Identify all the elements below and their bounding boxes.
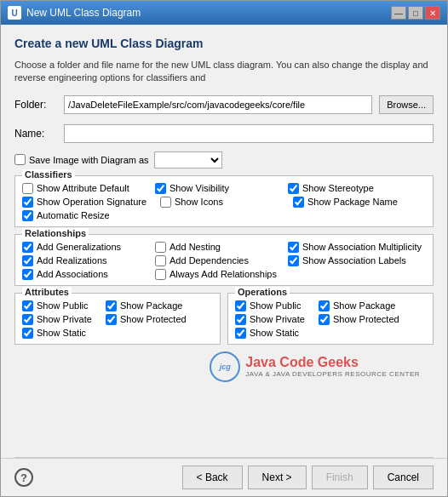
- ops-show-protected[interactable]: Show Protected: [319, 314, 399, 325]
- ops-show-public[interactable]: Show Public: [235, 300, 312, 311]
- attributes-panel: Attributes Show Public Show Package: [14, 293, 221, 345]
- folder-row: Folder: Browse...: [14, 95, 434, 114]
- logo-sub-text: JAVA & JAVA DEVELOPERS RESOURCE CENTER: [245, 370, 420, 378]
- classifiers-row-1: Show Attribute Default Show Visibility S…: [22, 183, 426, 194]
- show-association-labels[interactable]: Show Association Labels: [288, 255, 407, 266]
- maximize-button[interactable]: □: [408, 6, 423, 20]
- attr-show-protected[interactable]: Show Protected: [106, 314, 187, 325]
- operations-content: Show Public Show Package Show Private: [235, 300, 426, 339]
- save-image-select[interactable]: [154, 151, 222, 169]
- main-window: U New UML Class Diagram — □ ✕ Create a n…: [0, 0, 448, 497]
- attr-show-static[interactable]: Show Static: [22, 328, 99, 339]
- relationships-row-2: Add Realizations Add Dependencies Show A…: [22, 255, 426, 266]
- help-button[interactable]: ?: [14, 468, 33, 487]
- operations-panel: Operations Show Public Show Package: [227, 293, 434, 345]
- page-title: Create a new UML Class Diagram: [14, 37, 434, 50]
- ops-show-private[interactable]: Show Private: [235, 314, 312, 325]
- ops-row-1: Show Public Show Package: [235, 300, 426, 311]
- back-button[interactable]: < Back: [182, 466, 243, 489]
- attributes-title: Attributes: [22, 287, 72, 297]
- minimize-button[interactable]: —: [391, 6, 406, 20]
- page-description: Choose a folder and file name for the ne…: [14, 59, 434, 85]
- cancel-button[interactable]: Cancel: [373, 466, 434, 489]
- main-content: Create a new UML Class Diagram Choose a …: [1, 25, 447, 457]
- show-visibility[interactable]: Show Visibility: [155, 183, 274, 194]
- name-input[interactable]: [64, 124, 434, 143]
- attr-ops-panels: Attributes Show Public Show Package: [14, 293, 434, 345]
- logo-text: Java Code Geeks JAVA & JAVA DEVELOPERS R…: [245, 355, 420, 378]
- browse-button[interactable]: Browse...: [379, 95, 434, 114]
- save-image-label[interactable]: Save Image with Diagram as: [14, 154, 149, 165]
- name-row: Name:: [14, 124, 434, 143]
- attributes-content: Show Public Show Package Show Private: [22, 300, 213, 339]
- attr-show-public[interactable]: Show Public: [22, 300, 99, 311]
- window-icon: U: [8, 6, 21, 20]
- classifiers-row-3: Automatic Resize: [22, 210, 426, 221]
- add-generalizations[interactable]: Add Generalizations: [22, 242, 141, 253]
- attr-row-2: Show Private Show Protected: [22, 314, 213, 325]
- show-attribute-default[interactable]: Show Attribute Default: [22, 183, 141, 194]
- classifiers-content: Show Attribute Default Show Visibility S…: [22, 183, 426, 221]
- add-nesting[interactable]: Add Nesting: [155, 242, 274, 253]
- close-button[interactable]: ✕: [425, 6, 440, 20]
- help-area: ?: [14, 468, 33, 487]
- logo-area: jcg Java Code Geeks JAVA & JAVA DEVELOPE…: [14, 351, 434, 386]
- show-operation-signature[interactable]: Show Operation Signature: [22, 197, 146, 208]
- save-image-checkbox[interactable]: [14, 154, 26, 165]
- add-dependencies[interactable]: Add Dependencies: [155, 255, 274, 266]
- classifiers-row-2: Show Operation Signature Show Icons Show…: [22, 197, 426, 208]
- show-association-multiplicity[interactable]: Show Association Multiplicity: [288, 242, 422, 253]
- always-add-relationships[interactable]: Always Add Relationships: [155, 269, 277, 280]
- folder-label: Folder:: [14, 99, 57, 111]
- attr-row-3: Show Static: [22, 328, 213, 339]
- show-package-name[interactable]: Show Package Name: [293, 197, 412, 208]
- classifiers-section: Classifiers Show Attribute Default Show …: [14, 175, 434, 227]
- relationships-section: Relationships Add Generalizations Add Ne…: [14, 234, 434, 286]
- folder-input[interactable]: [64, 95, 372, 114]
- classifiers-title: Classifiers: [22, 169, 75, 180]
- name-label: Name:: [14, 128, 57, 140]
- window-title: New UML Class Diagram: [26, 7, 141, 19]
- automatic-resize[interactable]: Automatic Resize: [22, 210, 141, 221]
- ops-show-package[interactable]: Show Package: [319, 300, 395, 311]
- relationships-title: Relationships: [22, 228, 89, 238]
- ops-show-static[interactable]: Show Static: [235, 328, 312, 339]
- relationships-content: Add Generalizations Add Nesting Show Ass…: [22, 242, 426, 280]
- show-stereotype[interactable]: Show Stereotype: [288, 183, 407, 194]
- operations-title: Operations: [235, 287, 290, 297]
- relationships-row-1: Add Generalizations Add Nesting Show Ass…: [22, 242, 426, 253]
- attr-show-private[interactable]: Show Private: [22, 314, 99, 325]
- finish-button[interactable]: Finish: [312, 466, 368, 489]
- logo-main-text: Java Code Geeks: [245, 355, 420, 370]
- ops-row-3: Show Static: [235, 328, 426, 339]
- bottom-bar: ? < Back Next > Finish Cancel: [1, 458, 447, 496]
- next-button[interactable]: Next >: [248, 466, 307, 489]
- add-realizations[interactable]: Add Realizations: [22, 255, 141, 266]
- attr-show-package[interactable]: Show Package: [106, 300, 182, 311]
- logo-container: jcg Java Code Geeks JAVA & JAVA DEVELOPE…: [210, 351, 420, 382]
- save-image-row: Save Image with Diagram as: [14, 151, 434, 169]
- ops-row-2: Show Private Show Protected: [235, 314, 426, 325]
- relationships-row-3: Add Associations Always Add Relationship…: [22, 269, 426, 280]
- title-controls: — □ ✕: [391, 6, 440, 20]
- title-bar: U New UML Class Diagram — □ ✕: [1, 1, 447, 25]
- attr-row-1: Show Public Show Package: [22, 300, 213, 311]
- logo-icon: jcg: [210, 351, 240, 382]
- navigation-buttons: < Back Next > Finish Cancel: [182, 466, 434, 489]
- show-icons[interactable]: Show Icons: [160, 197, 279, 208]
- add-associations[interactable]: Add Associations: [22, 269, 141, 280]
